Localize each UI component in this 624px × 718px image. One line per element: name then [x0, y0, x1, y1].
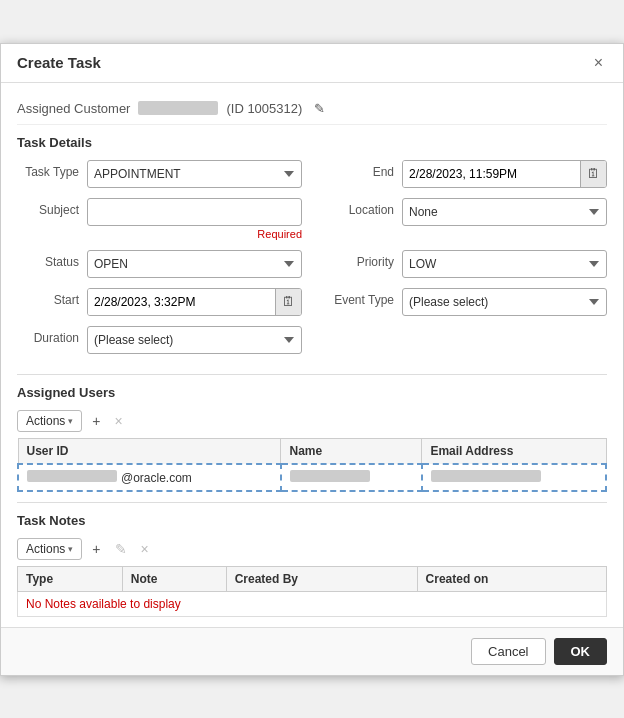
task-notes-actions-button[interactable]: Actions ▾	[17, 538, 82, 560]
col-name: Name	[281, 438, 422, 464]
duration-label: Duration	[17, 326, 87, 345]
user-name-cell	[281, 464, 422, 491]
start-date-input[interactable]	[88, 289, 275, 315]
task-details-form: Task Type APPOINTMENT CALL EMAIL MEETING…	[17, 160, 607, 364]
cancel-button[interactable]: Cancel	[471, 638, 545, 665]
end-date-input[interactable]	[403, 161, 580, 187]
task-notes-edit-button[interactable]: ✎	[111, 539, 131, 559]
assigned-users-actions-label: Actions	[26, 414, 65, 428]
divider-2	[17, 502, 607, 503]
priority-row: Priority LOW MEDIUM HIGH	[322, 250, 607, 278]
start-label: Start	[17, 288, 87, 307]
subject-label: Subject	[17, 198, 87, 217]
assigned-users-table-header: User ID Name Email Address	[18, 438, 606, 464]
status-label: Status	[17, 250, 87, 269]
assigned-users-delete-button[interactable]: ×	[111, 411, 127, 431]
col-created-on: Created on	[417, 566, 606, 591]
end-date-row: End 🗓	[322, 160, 607, 188]
subject-input[interactable]	[87, 198, 302, 226]
end-label: End	[322, 160, 402, 179]
dialog-footer: Cancel OK	[1, 627, 623, 675]
col-note: Note	[122, 566, 226, 591]
assigned-users-table-body: @oracle.com	[18, 464, 606, 491]
assigned-users-table: User ID Name Email Address @oracle.com	[17, 438, 607, 492]
task-type-label: Task Type	[17, 160, 87, 179]
task-details-section: Task Details Task Type APPOINTMENT CALL …	[17, 135, 607, 364]
close-button[interactable]: ×	[590, 54, 607, 72]
duration-select[interactable]: (Please select)	[87, 326, 302, 354]
task-notes-actions-label: Actions	[26, 542, 65, 556]
task-details-title: Task Details	[17, 135, 607, 150]
assigned-users-toolbar: Actions ▾ + ×	[17, 410, 607, 432]
status-select[interactable]: OPEN CLOSED PENDING	[87, 250, 302, 278]
notes-actions-chevron-icon: ▾	[68, 544, 73, 554]
divider-1	[17, 374, 607, 375]
assigned-users-title: Assigned Users	[17, 385, 607, 400]
start-date-input-wrap: 🗓	[87, 288, 302, 316]
task-notes-table-body: No Notes available to display	[18, 591, 607, 616]
col-created-by: Created By	[226, 566, 417, 591]
start-date-row: Start 🗓	[17, 288, 302, 316]
priority-label: Priority	[322, 250, 402, 269]
customer-id: (ID 1005312)	[226, 101, 302, 116]
task-notes-table-header: Type Note Created By Created on	[18, 566, 607, 591]
col-type: Type	[18, 566, 123, 591]
assigned-customer-label: Assigned Customer	[17, 101, 130, 116]
edit-customer-icon[interactable]: ✎	[314, 101, 325, 116]
col-email: Email Address	[422, 438, 606, 464]
table-row[interactable]: @oracle.com	[18, 464, 606, 491]
no-data-row: No Notes available to display	[18, 591, 607, 616]
status-row: Status OPEN CLOSED PENDING	[17, 250, 302, 278]
event-type-label: Event Type	[322, 288, 402, 307]
col-user-id: User ID	[18, 438, 281, 464]
subject-required: Required	[87, 228, 302, 240]
location-row: Location None Office Remote	[322, 198, 607, 240]
task-notes-title: Task Notes	[17, 513, 607, 528]
start-calendar-icon[interactable]: 🗓	[275, 289, 301, 315]
user-name-blur	[290, 470, 370, 482]
user-email-blur	[431, 470, 541, 482]
end-calendar-icon[interactable]: 🗓	[580, 161, 606, 187]
user-email-cell	[422, 464, 606, 491]
location-select[interactable]: None Office Remote	[402, 198, 607, 226]
user-id-blur	[27, 470, 117, 482]
no-data-text: No Notes available to display	[18, 591, 607, 616]
assigned-customer-row: Assigned Customer (ID 1005312) ✎	[17, 93, 607, 125]
create-task-dialog: Create Task × Assigned Customer (ID 1005…	[0, 43, 624, 676]
dialog-title: Create Task	[17, 54, 101, 71]
assigned-users-add-button[interactable]: +	[88, 411, 104, 431]
event-type-row: Event Type (Please select)	[322, 288, 607, 316]
assigned-users-actions-button[interactable]: Actions ▾	[17, 410, 82, 432]
dialog-header: Create Task ×	[1, 44, 623, 83]
task-type-select[interactable]: APPOINTMENT CALL EMAIL MEETING	[87, 160, 302, 188]
event-type-select[interactable]: (Please select)	[402, 288, 607, 316]
actions-chevron-icon: ▾	[68, 416, 73, 426]
task-notes-delete-button[interactable]: ×	[137, 539, 153, 559]
task-notes-section: Task Notes Actions ▾ + ✎ × Type Note Cre…	[17, 513, 607, 617]
subject-row: Subject Required	[17, 198, 302, 240]
customer-name-blur	[138, 101, 218, 115]
ok-button[interactable]: OK	[554, 638, 608, 665]
end-date-input-wrap: 🗓	[402, 160, 607, 188]
assigned-users-section: Assigned Users Actions ▾ + × User ID Nam…	[17, 385, 607, 492]
task-notes-table: Type Note Created By Created on No Notes…	[17, 566, 607, 617]
priority-select[interactable]: LOW MEDIUM HIGH	[402, 250, 607, 278]
duration-row: Duration (Please select)	[17, 326, 302, 354]
location-label: Location	[322, 198, 402, 217]
task-notes-toolbar: Actions ▾ + ✎ ×	[17, 538, 607, 560]
user-id-cell: @oracle.com	[18, 464, 281, 491]
task-notes-add-button[interactable]: +	[88, 539, 104, 559]
dialog-body: Assigned Customer (ID 1005312) ✎ Task De…	[1, 83, 623, 627]
task-type-row: Task Type APPOINTMENT CALL EMAIL MEETING	[17, 160, 302, 188]
